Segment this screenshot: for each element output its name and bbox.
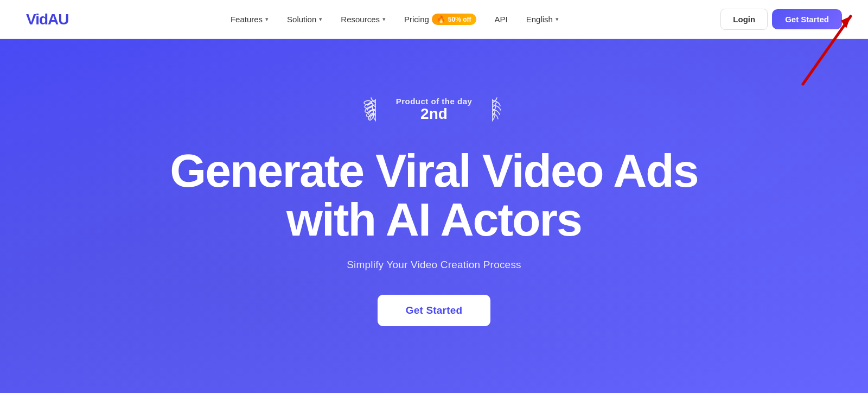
potd-container: Product of the day 2nd	[363, 95, 505, 124]
pricing-label: Pricing	[404, 15, 429, 24]
nav-item-language[interactable]: English ▾	[519, 10, 566, 28]
potd-label-text: Product of the day	[396, 97, 473, 106]
resources-chevron-icon: ▾	[382, 16, 386, 23]
solution-label: Solution	[287, 15, 316, 24]
potd-text: Product of the day 2nd	[396, 97, 473, 123]
features-chevron-icon: ▾	[265, 16, 269, 23]
solution-chevron-icon: ▾	[319, 16, 322, 23]
hero-headline: Generate Viral Video Ads with AI Actors	[170, 146, 698, 244]
logo[interactable]: VidAU	[26, 11, 69, 28]
language-chevron-icon: ▾	[556, 16, 559, 23]
hero-headline-line2: with AI Actors	[286, 193, 582, 245]
get-started-hero-button[interactable]: Get Started	[378, 295, 491, 326]
pricing-badge: 🔥 50% off	[432, 14, 476, 25]
api-label: API	[495, 15, 508, 24]
nav-item-features[interactable]: Features ▾	[223, 10, 276, 28]
potd-rank-text: 2nd	[420, 106, 448, 123]
resources-label: Resources	[341, 15, 380, 24]
nav-right: Login Get Started	[720, 9, 842, 30]
hero-headline-line1: Generate Viral Video Ads	[170, 144, 698, 196]
pricing-badge-text: 50% off	[448, 16, 471, 23]
nav-item-resources[interactable]: Resources ▾	[333, 10, 393, 28]
nav-item-pricing[interactable]: Pricing 🔥 50% off	[397, 9, 484, 29]
laurel-left-icon	[363, 95, 387, 124]
nav-item-solution[interactable]: Solution ▾	[279, 10, 330, 28]
login-button[interactable]: Login	[720, 9, 768, 30]
svg-marker-1	[841, 16, 851, 28]
fire-icon: 🔥	[437, 15, 445, 23]
nav-item-api[interactable]: API	[487, 10, 515, 28]
get-started-nav-button[interactable]: Get Started	[772, 9, 842, 29]
features-label: Features	[231, 15, 263, 24]
navbar: VidAU Features ▾ Solution ▾ Resources ▾ …	[0, 0, 868, 39]
laurel-right-icon	[481, 95, 505, 124]
language-label: English	[526, 15, 553, 24]
hero-section: 🏅 🌿 Product of the day 2nd 🌿 .potd-badge…	[0, 39, 868, 393]
nav-links: Features ▾ Solution ▾ Resources ▾ Pricin…	[69, 9, 721, 29]
hero-subheadline: Simplify Your Video Creation Process	[347, 259, 521, 271]
